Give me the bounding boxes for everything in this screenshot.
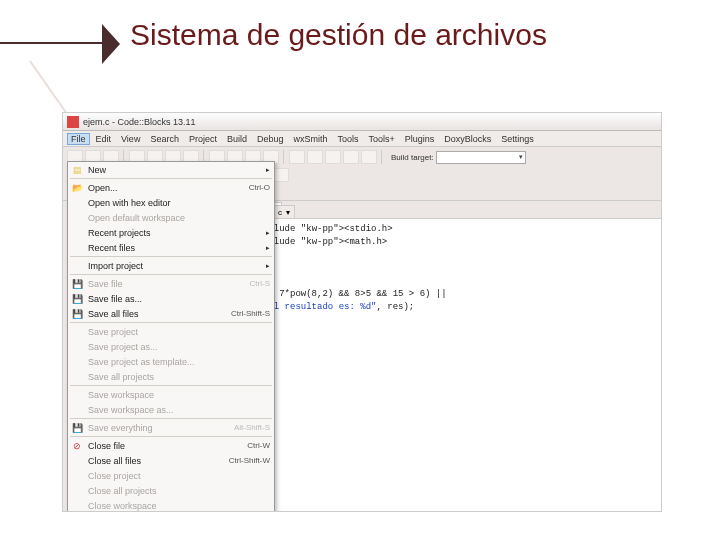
menu-item-save-all-projects: Save all projects xyxy=(68,369,274,384)
menu-item-save-project-tpl: Save project as template... xyxy=(68,354,274,369)
blank-icon xyxy=(70,341,84,353)
menu-separator xyxy=(70,418,272,419)
shortcut-label: Ctrl-O xyxy=(249,183,270,192)
menu-separator xyxy=(70,322,272,323)
menu-item-save-workspace: Save workspace xyxy=(68,387,274,402)
menu-settings[interactable]: Settings xyxy=(497,133,538,145)
menu-plugins[interactable]: Plugins xyxy=(401,133,439,145)
menu-item-open-hex[interactable]: Open with hex editor xyxy=(68,195,274,210)
menu-wxsmith[interactable]: wxSmith xyxy=(289,133,331,145)
blank-icon xyxy=(70,227,84,239)
submenu-arrow-icon: ▸ xyxy=(262,229,270,237)
menu-item-close-all-files[interactable]: Close all files Ctrl-Shift-W xyxy=(68,453,274,468)
menu-file[interactable]: File xyxy=(67,133,90,145)
file-menu-dropdown: ▤ New ▸ 📂 Open... Ctrl-O Open with hex e… xyxy=(67,161,275,512)
menu-item-save-project-as: Save project as... xyxy=(68,339,274,354)
toolbar-button[interactable] xyxy=(307,150,323,164)
blank-icon xyxy=(70,485,84,497)
window-titlebar[interactable]: ejem.c - Code::Blocks 13.11 xyxy=(63,113,661,131)
build-target-label: Build target: xyxy=(391,153,434,162)
shortcut-label: Ctrl-S xyxy=(250,279,270,288)
blank-icon xyxy=(70,197,84,209)
menu-separator xyxy=(70,385,272,386)
menu-item-recent-files[interactable]: Recent files ▸ xyxy=(68,240,274,255)
submenu-arrow-icon: ▸ xyxy=(262,244,270,252)
toolbar-button[interactable] xyxy=(289,150,305,164)
menu-view[interactable]: View xyxy=(117,133,144,145)
slide-decor-line xyxy=(0,42,110,44)
save-as-icon: 💾 xyxy=(70,293,84,305)
menu-separator xyxy=(70,256,272,257)
blank-icon xyxy=(70,212,84,224)
save-everything-icon: 💾 xyxy=(70,422,84,434)
menu-item-close-workspace: Close workspace xyxy=(68,498,274,512)
shortcut-label: Ctrl-Shift-S xyxy=(231,309,270,318)
app-icon xyxy=(67,116,79,128)
submenu-arrow-icon: ▸ xyxy=(262,166,270,174)
menu-project[interactable]: Project xyxy=(185,133,221,145)
menu-item-close-project: Close project xyxy=(68,468,274,483)
menu-item-import-project[interactable]: Import project ▸ xyxy=(68,258,274,273)
menu-item-close-all-projects: Close all projects xyxy=(68,483,274,498)
chevron-down-icon: ▾ xyxy=(286,208,290,217)
toolbar-button[interactable] xyxy=(361,150,377,164)
ide-window: ejem.c - Code::Blocks 13.11 File Edit Vi… xyxy=(62,112,662,512)
chevron-down-icon: ▾ xyxy=(519,153,523,161)
save-all-icon: 💾 xyxy=(70,308,84,320)
slide-title: Sistema de gestión de archivos xyxy=(130,18,547,52)
slide-decor-arrow xyxy=(102,24,120,64)
menu-build[interactable]: Build xyxy=(223,133,251,145)
new-file-icon: ▤ xyxy=(70,164,84,176)
menu-item-save-file-as[interactable]: 💾 Save file as... xyxy=(68,291,274,306)
menu-debug[interactable]: Debug xyxy=(253,133,288,145)
blank-icon xyxy=(70,242,84,254)
toolbar-button[interactable] xyxy=(273,168,289,182)
toolbar-button[interactable] xyxy=(343,150,359,164)
menu-item-new[interactable]: ▤ New ▸ xyxy=(68,162,274,177)
toolbar-separator xyxy=(381,150,383,164)
menu-separator xyxy=(70,274,272,275)
shortcut-label: Ctrl-Shift-W xyxy=(229,456,270,465)
menu-item-close-file[interactable]: ⊘ Close file Ctrl-W xyxy=(68,438,274,453)
menu-search[interactable]: Search xyxy=(146,133,183,145)
menu-separator xyxy=(70,178,272,179)
panel-tab-label: c xyxy=(278,208,282,217)
blank-icon xyxy=(70,326,84,338)
submenu-arrow-icon: ▸ xyxy=(262,262,270,270)
toolbar-separator xyxy=(283,150,285,164)
close-file-icon: ⊘ xyxy=(70,440,84,452)
menubar: File Edit View Search Project Build Debu… xyxy=(63,131,661,147)
blank-icon xyxy=(70,404,84,416)
menu-item-open-default-ws: Open default workspace xyxy=(68,210,274,225)
blank-icon xyxy=(70,455,84,467)
toolbar-button[interactable] xyxy=(325,150,341,164)
menu-item-save-project: Save project xyxy=(68,324,274,339)
blank-icon xyxy=(70,371,84,383)
menu-item-save-file: 💾 Save file Ctrl-S xyxy=(68,276,274,291)
blank-icon xyxy=(70,389,84,401)
blank-icon xyxy=(70,260,84,272)
menu-item-save-all-files[interactable]: 💾 Save all files Ctrl-Shift-S xyxy=(68,306,274,321)
open-folder-icon: 📂 xyxy=(70,182,84,194)
menu-item-recent-projects[interactable]: Recent projects ▸ xyxy=(68,225,274,240)
blank-icon xyxy=(70,500,84,512)
menu-edit[interactable]: Edit xyxy=(92,133,116,145)
menu-item-save-everything: 💾 Save everything Alt-Shift-S xyxy=(68,420,274,435)
menu-item-open[interactable]: 📂 Open... Ctrl-O xyxy=(68,180,274,195)
window-title-text: ejem.c - Code::Blocks 13.11 xyxy=(83,117,196,127)
menu-separator xyxy=(70,436,272,437)
blank-icon xyxy=(70,356,84,368)
save-icon: 💾 xyxy=(70,278,84,290)
shortcut-label: Ctrl-W xyxy=(247,441,270,450)
blank-icon xyxy=(70,470,84,482)
shortcut-label: Alt-Shift-S xyxy=(234,423,270,432)
panel-tab[interactable]: c ▾ xyxy=(273,205,295,219)
build-target-combo[interactable]: ▾ xyxy=(436,151,526,164)
menu-tools[interactable]: Tools xyxy=(334,133,363,145)
menu-doxyblocks[interactable]: DoxyBlocks xyxy=(440,133,495,145)
menu-tools-plus[interactable]: Tools+ xyxy=(365,133,399,145)
menu-item-save-workspace-as: Save workspace as... xyxy=(68,402,274,417)
